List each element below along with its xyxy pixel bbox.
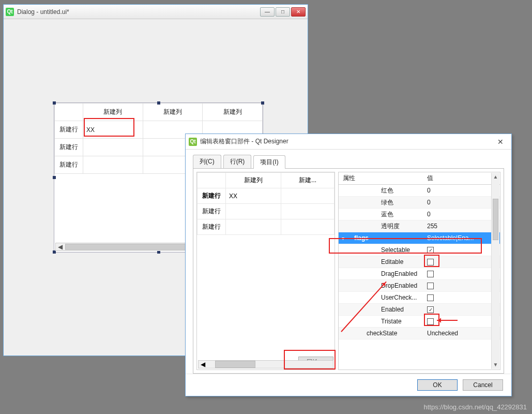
minimize-button[interactable]: — <box>260 7 275 17</box>
col-value: 值 <box>424 174 500 183</box>
tab-rows[interactable]: 行(R) <box>223 155 252 168</box>
col-header[interactable]: 新建列 <box>203 103 263 121</box>
cell[interactable]: XX <box>226 188 281 204</box>
row-header[interactable]: 新建行 <box>197 188 226 204</box>
cell[interactable] <box>83 156 143 174</box>
qt-designer-icon: Qt <box>189 138 197 146</box>
row-header[interactable]: 新建行 <box>197 219 226 235</box>
row-header[interactable]: 新建行 <box>55 139 83 156</box>
cell[interactable] <box>83 139 143 156</box>
col-header[interactable]: 新建列 <box>83 103 143 121</box>
v-scrollbar[interactable]: ▲ ▼ <box>491 173 499 369</box>
property-list: 属性 值 红色0 绿色0 蓝色0 透明度255 ▾ flags Selectab… <box>338 172 500 370</box>
maximize-button[interactable]: □ <box>276 7 290 17</box>
table-editor-dialog: Qt 编辑表格窗口部件 - Qt Designer ✕ 列(C) 行(R) 项目… <box>185 134 512 396</box>
row-header[interactable]: 新建行 <box>55 156 83 174</box>
col-header[interactable]: 新建列 <box>143 103 203 121</box>
qt-icon: Qt <box>6 8 14 16</box>
h-scrollbar[interactable]: ◀ <box>198 360 333 368</box>
watermark: https://blog.csdn.net/qq_42292831 <box>424 403 527 411</box>
ok-button[interactable]: OK <box>417 379 458 391</box>
row-header[interactable]: 新建行 <box>55 121 83 139</box>
col-property: 属性 <box>339 174 424 183</box>
col-header[interactable]: 新建... <box>281 173 335 188</box>
checkbox-editable[interactable] <box>427 259 434 265</box>
window-title: Dialog - untitled.ui* <box>17 8 260 16</box>
checkbox-selectable[interactable]: ✓ <box>427 247 434 254</box>
items-preview: 新建列 新建... 新建行 XX 新建行 新建行 <box>196 172 335 370</box>
checkbox-tristate[interactable] <box>427 318 434 325</box>
property-flags: ▾ flags Selectable|Ena... <box>339 232 500 244</box>
close-icon[interactable]: ✕ <box>493 138 508 146</box>
dialog-title: 编辑表格窗口部件 - Qt Designer <box>200 137 493 146</box>
checkbox-usercheckable[interactable] <box>427 294 434 301</box>
tab-items[interactable]: 项目(I) <box>253 155 285 169</box>
row-header[interactable]: 新建行 <box>197 204 226 219</box>
tab-columns[interactable]: 列(C) <box>193 155 221 168</box>
checkbox-enabled[interactable]: ✓ <box>427 306 434 313</box>
chevron-down-icon[interactable]: ▾ <box>342 235 350 241</box>
cancel-button[interactable]: Cancel <box>463 379 503 391</box>
col-header[interactable]: 新建列 <box>226 173 281 188</box>
cell[interactable]: XX <box>83 121 143 139</box>
close-button[interactable]: ✕ <box>291 7 306 17</box>
checkbox-dropenabled[interactable] <box>427 283 434 289</box>
cell[interactable] <box>281 188 335 204</box>
checkbox-dragenabled[interactable] <box>427 271 434 277</box>
